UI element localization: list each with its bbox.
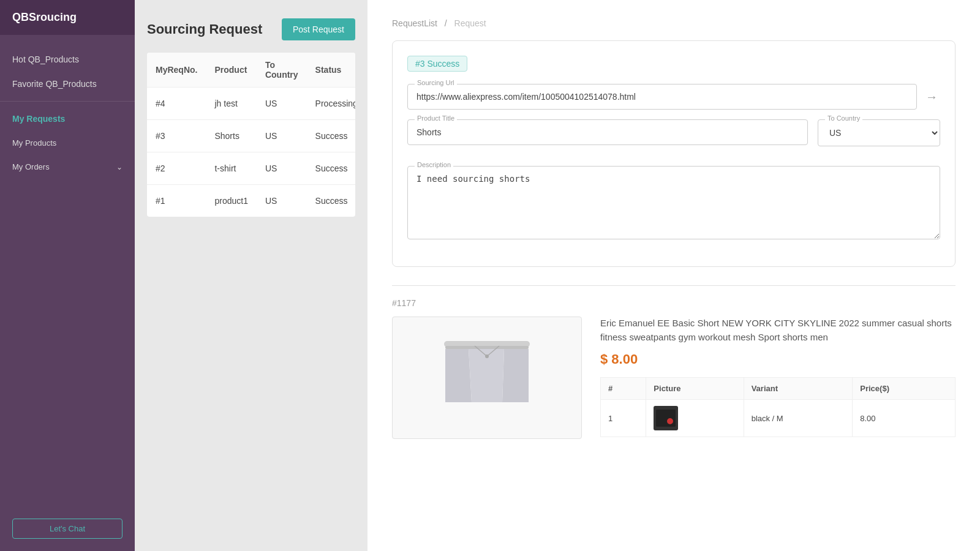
table-row[interactable]: #4 jh test US Processing <box>147 88 355 120</box>
cell-status: Success <box>307 185 355 217</box>
table-row[interactable]: #2 t-shirt US Success <box>147 152 355 185</box>
cell-country: US <box>257 152 307 185</box>
to-country-select[interactable]: US UK CA AU <box>818 119 940 146</box>
product-info: Eric Emanuel EE Basic Short NEW YORK CIT… <box>600 317 956 439</box>
variant-name: black / M <box>744 400 853 437</box>
variant-num: 1 <box>601 400 646 437</box>
variant-row: 1 black / M 8.00 <box>601 400 956 437</box>
variant-thumb-inner <box>656 410 676 427</box>
description-input[interactable]: I need sourcing shorts <box>407 166 940 239</box>
breadcrumb: RequestList / Request <box>392 18 956 28</box>
product-title-group: Product Title <box>407 119 808 146</box>
request-card: #3 Success Sourcing Url → Product Title … <box>392 40 956 267</box>
cell-country: US <box>257 185 307 217</box>
sidebar-item-my-orders[interactable]: My Orders ⌄ <box>0 155 135 179</box>
sidebar-item-my-products[interactable]: My Products <box>0 131 135 155</box>
cell-country: US <box>257 120 307 152</box>
sidebar-item-favorite-qb-products[interactable]: Favorite QB_Products <box>0 72 135 96</box>
variant-col-variant: Variant <box>744 378 853 400</box>
cell-req-id: #3 <box>147 120 206 152</box>
cell-req-id: #4 <box>147 88 206 120</box>
main-area: Sourcing Request Post Request MyReqNo. P… <box>135 0 980 551</box>
status-badge: #3 Success <box>407 56 467 72</box>
list-title: Sourcing Request <box>147 21 262 37</box>
svg-rect-1 <box>445 346 529 349</box>
cell-product: Shorts <box>206 120 256 152</box>
detail-panel: RequestList / Request #3 Success Sourcin… <box>368 0 980 551</box>
description-label: Description <box>415 161 453 168</box>
variant-col-picture: Picture <box>646 378 744 400</box>
col-header-req-no: MyReqNo. <box>147 53 206 88</box>
section-divider <box>392 285 956 286</box>
breadcrumb-list[interactable]: RequestList <box>392 18 437 28</box>
variant-price: 8.00 <box>853 400 956 437</box>
requests-table-wrapper: MyReqNo. Product To Country Status #4 jh… <box>147 53 355 217</box>
col-header-status: Status <box>307 53 355 88</box>
variant-thumbnail <box>654 406 678 430</box>
app-logo: QBSroucing <box>0 0 135 35</box>
requests-table: MyReqNo. Product To Country Status #4 jh… <box>147 53 355 217</box>
chat-button[interactable]: Let's Chat <box>12 519 123 539</box>
variant-picture <box>646 400 744 437</box>
product-image-box <box>392 317 582 439</box>
product-country-row: Product Title To Country US UK CA AU <box>407 119 940 156</box>
cell-country: US <box>257 88 307 120</box>
variant-col-num: # <box>601 378 646 400</box>
url-navigate-button[interactable]: → <box>923 88 940 107</box>
cell-status: Success <box>307 152 355 185</box>
sidebar-nav: Hot QB_Products Favorite QB_Products My … <box>0 35 135 506</box>
table-row[interactable]: #3 Shorts US Success <box>147 120 355 152</box>
svg-point-4 <box>485 354 489 358</box>
product-title-label: Product Title <box>415 114 457 122</box>
variant-col-price: Price($) <box>853 378 956 400</box>
cell-status: Success <box>307 120 355 152</box>
variants-table: # Picture Variant Price($) 1 black / M 8… <box>600 377 956 437</box>
product-image-svg <box>432 323 542 433</box>
cell-req-id: #1 <box>147 185 206 217</box>
sidebar-item-my-requests[interactable]: My Requests <box>0 107 135 131</box>
col-header-country: To Country <box>257 53 307 88</box>
to-country-group: To Country US UK CA AU <box>818 119 940 146</box>
product-result: Eric Emanuel EE Basic Short NEW YORK CIT… <box>392 317 956 439</box>
breadcrumb-sep: / <box>445 18 447 28</box>
post-request-button[interactable]: Post Request <box>282 18 355 40</box>
sourcing-url-label: Sourcing Url <box>415 79 457 86</box>
table-row[interactable]: #1 product1 US Success <box>147 185 355 217</box>
cell-req-id: #2 <box>147 152 206 185</box>
to-country-label: To Country <box>825 114 862 122</box>
sourcing-url-input[interactable] <box>407 84 917 110</box>
description-group: Description I need sourcing shorts <box>407 166 940 242</box>
sidebar-item-hot-qb-products[interactable]: Hot QB_Products <box>0 47 135 72</box>
product-title-input[interactable] <box>407 119 808 145</box>
cell-product: jh test <box>206 88 256 120</box>
cell-status: Processing <box>307 88 355 120</box>
breadcrumb-current: Request <box>454 18 486 28</box>
sidebar: QBSroucing Hot QB_Products Favorite QB_P… <box>0 0 135 551</box>
product-id: #1177 <box>392 298 956 308</box>
product-result-section: #1177 <box>392 298 956 439</box>
sourcing-url-group: Sourcing Url → <box>407 84 940 110</box>
product-price: $ 8.00 <box>600 351 956 367</box>
url-row: → <box>407 84 940 110</box>
cell-product: product1 <box>206 185 256 217</box>
product-name: Eric Emanuel EE Basic Short NEW YORK CIT… <box>600 317 956 344</box>
cell-product: t-shirt <box>206 152 256 185</box>
list-header: Sourcing Request Post Request <box>147 18 355 40</box>
sidebar-bottom: Let's Chat <box>0 506 135 551</box>
list-panel: Sourcing Request Post Request MyReqNo. P… <box>135 0 368 551</box>
col-header-product: Product <box>206 53 256 88</box>
